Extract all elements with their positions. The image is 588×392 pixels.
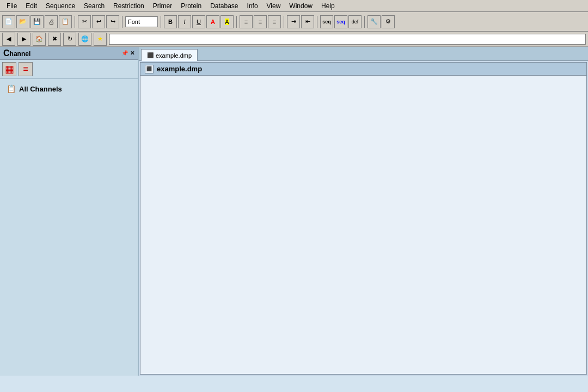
menu-edit[interactable]: Edit: [21, 1, 41, 11]
extra-button-1[interactable]: 🔧: [367, 15, 381, 28]
redo-button[interactable]: ↪: [106, 15, 119, 28]
refresh-icon: ↻: [68, 35, 72, 42]
main-layout: Channel 📌 ✕ ▦ ≡ 📋 All Channels ⬛: [0, 47, 588, 376]
menu-primer[interactable]: Primer: [149, 1, 176, 11]
bold-button[interactable]: B: [164, 15, 177, 28]
seq-button-1[interactable]: seq: [320, 15, 333, 28]
back-icon: ◀: [7, 35, 11, 42]
copy-button[interactable]: 📋: [59, 15, 72, 28]
print-button[interactable]: 🖨: [45, 15, 58, 28]
menu-protein[interactable]: Protein: [176, 1, 206, 11]
separator-2: [122, 16, 122, 28]
forward-button[interactable]: ▶: [17, 33, 30, 46]
menu-info[interactable]: Info: [243, 1, 262, 11]
sidebar-content: 📋 All Channels: [0, 79, 138, 376]
separator-1: [75, 16, 75, 28]
font-input[interactable]: [125, 16, 158, 27]
tab-icon: ⬛: [147, 52, 154, 58]
align-right-button[interactable]: ≡: [268, 15, 281, 28]
sidebar-title: Channel: [3, 48, 30, 58]
stop-icon: ✖: [52, 35, 57, 42]
separator-7: [364, 16, 365, 28]
menu-search[interactable]: Search: [79, 1, 109, 11]
seq-button-3[interactable]: def: [348, 15, 362, 28]
home-icon: 🏠: [35, 35, 43, 42]
sidebar-panel: Channel 📌 ✕ ▦ ≡ 📋 All Channels: [0, 47, 139, 376]
doc-title-icon: ⬛: [145, 65, 154, 74]
document-area: ⬛ example.dmp ⬛ example.dmp 0: [139, 47, 588, 376]
address-input[interactable]: [109, 34, 586, 45]
doc-title-text: example.dmp: [157, 65, 202, 73]
sidebar-view-icon-2: ≡: [23, 64, 28, 74]
italic-icon: I: [183, 19, 185, 25]
sidebar-view-btn-1[interactable]: ▦: [2, 62, 16, 76]
open-button[interactable]: 📂: [16, 15, 29, 28]
separator-6: [317, 16, 317, 28]
save-icon: 💾: [33, 18, 41, 25]
seq-button-2[interactable]: seq: [334, 15, 347, 28]
extra-icon-2: ⚙: [385, 18, 391, 25]
indent-button[interactable]: ⇥: [287, 15, 300, 28]
undo-icon: ↩: [96, 18, 101, 25]
menu-help[interactable]: Help: [317, 1, 339, 11]
sidebar-view-btn-2[interactable]: ≡: [19, 62, 33, 76]
tab-example-dmp[interactable]: ⬛ example.dmp: [141, 49, 198, 61]
outdent-icon: ⇤: [305, 18, 310, 25]
menu-database[interactable]: Database: [206, 1, 242, 11]
extra-icon-1: 🔧: [370, 18, 378, 25]
align-left-button[interactable]: ≡: [240, 15, 253, 28]
address-bar: ◀ ▶ 🏠 ✖ ↻ 🌐 ★: [0, 32, 588, 47]
underline-button[interactable]: U: [192, 15, 205, 28]
web-button[interactable]: 🌐: [78, 33, 91, 46]
outdent-button[interactable]: ⇤: [301, 15, 314, 28]
redo-icon: ↪: [111, 18, 115, 25]
open-icon: 📂: [19, 18, 27, 25]
save-button[interactable]: 💾: [30, 15, 44, 28]
undo-button[interactable]: ↩: [92, 15, 105, 28]
cut-icon: ✂: [82, 18, 87, 25]
back-button[interactable]: ◀: [2, 33, 15, 46]
align-left-icon: ≡: [244, 19, 248, 25]
seq-icon-1: seq: [322, 19, 331, 24]
sidebar-item-all-channels[interactable]: 📋 All Channels: [4, 83, 133, 94]
seq-icon-3: def: [352, 19, 359, 24]
sidebar-close-icon[interactable]: ✕: [130, 50, 134, 56]
separator-3: [161, 16, 161, 28]
menu-view[interactable]: View: [262, 1, 285, 11]
indent-icon: ⇥: [291, 18, 296, 25]
extra-button-2[interactable]: ⚙: [382, 15, 395, 28]
highlight-icon: A: [225, 19, 229, 25]
doc-title-bar: ⬛ example.dmp: [140, 63, 586, 76]
sidebar-toolbar: ▦ ≡: [0, 60, 138, 79]
web-icon: 🌐: [81, 35, 89, 42]
sidebar-view-icon-1: ▦: [5, 63, 14, 75]
bold-icon: B: [168, 19, 173, 25]
sidebar-header: Channel 📌 ✕: [0, 47, 138, 60]
menu-window[interactable]: Window: [285, 1, 317, 11]
align-center-button[interactable]: ≡: [254, 15, 267, 28]
stop-button[interactable]: ✖: [48, 33, 61, 46]
seq-icon-2: seq: [336, 19, 345, 24]
underline-icon: U: [197, 19, 201, 25]
text-color-button[interactable]: A: [206, 15, 219, 28]
document-content: ⬛ example.dmp 0: [140, 62, 587, 375]
cut-button[interactable]: ✂: [78, 15, 91, 28]
forward-icon: ▶: [22, 35, 26, 42]
refresh-button[interactable]: ↻: [63, 33, 76, 46]
copy-icon: 📋: [62, 18, 69, 25]
menu-sequence[interactable]: Sequence: [41, 1, 79, 11]
menu-file[interactable]: File: [2, 1, 21, 11]
sidebar-pin-icon[interactable]: 📌: [121, 50, 128, 56]
toolbar-main: 📄 📂 💾 🖨 📋 ✂ ↩ ↪ B I U A A ≡ ≡ ≡ ⇥ ⇤ seq …: [0, 12, 588, 32]
highlight-button[interactable]: A: [220, 15, 234, 28]
bookmark-button[interactable]: ★: [94, 33, 107, 46]
separator-4: [236, 16, 237, 28]
new-button[interactable]: 📄: [2, 15, 15, 28]
sidebar-item-label: All Channels: [19, 85, 62, 93]
sidebar-header-icons: 📌 ✕: [121, 50, 134, 56]
italic-button[interactable]: I: [178, 15, 191, 28]
channel-icon: 📋: [7, 84, 16, 93]
menu-restriction[interactable]: Restriction: [109, 1, 149, 11]
home-button[interactable]: 🏠: [33, 33, 46, 46]
tab-bar: ⬛ example.dmp: [139, 47, 588, 61]
